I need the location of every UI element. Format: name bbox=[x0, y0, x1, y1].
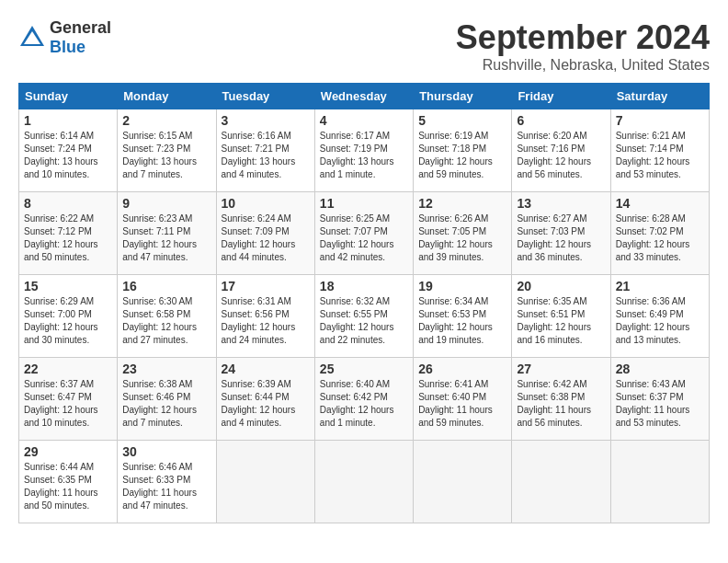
day-info-6: Sunrise: 6:20 AM Sunset: 7:16 PM Dayligh… bbox=[517, 130, 605, 181]
day-cell-17: 17Sunrise: 6:31 AM Sunset: 6:56 PM Dayli… bbox=[216, 275, 314, 358]
day-number-2: 2 bbox=[122, 113, 210, 128]
day-cell-30: 30Sunrise: 6:46 AM Sunset: 6:33 PM Dayli… bbox=[118, 441, 216, 523]
week-row-4: 22Sunrise: 6:37 AM Sunset: 6:47 PM Dayli… bbox=[19, 358, 710, 441]
empty-cell-w4d6 bbox=[610, 441, 709, 523]
day-number-21: 21 bbox=[616, 279, 704, 293]
day-cell-20: 20Sunrise: 6:35 AM Sunset: 6:51 PM Dayli… bbox=[512, 275, 610, 358]
day-info-23: Sunrise: 6:38 AM Sunset: 6:46 PM Dayligh… bbox=[122, 378, 210, 430]
day-info-7: Sunrise: 6:21 AM Sunset: 7:14 PM Dayligh… bbox=[616, 130, 704, 181]
day-info-13: Sunrise: 6:27 AM Sunset: 7:03 PM Dayligh… bbox=[517, 213, 605, 264]
logo: General Blue bbox=[18, 18, 111, 57]
day-info-27: Sunrise: 6:42 AM Sunset: 6:38 PM Dayligh… bbox=[517, 378, 605, 430]
day-info-15: Sunrise: 6:29 AM Sunset: 7:00 PM Dayligh… bbox=[24, 295, 112, 347]
header-wednesday: Wednesday bbox=[314, 84, 413, 109]
day-info-2: Sunrise: 6:15 AM Sunset: 7:23 PM Dayligh… bbox=[122, 130, 210, 181]
day-number-10: 10 bbox=[222, 196, 310, 211]
day-info-24: Sunrise: 6:39 AM Sunset: 6:44 PM Dayligh… bbox=[222, 378, 310, 430]
week-row-1: 1Sunrise: 6:14 AM Sunset: 7:24 PM Daylig… bbox=[19, 109, 710, 192]
logo-general: General bbox=[50, 18, 111, 37]
calendar-table: SundayMondayTuesdayWednesdayThursdayFrid… bbox=[18, 83, 710, 523]
day-number-17: 17 bbox=[222, 279, 310, 293]
day-cell-8: 8Sunrise: 6:22 AM Sunset: 7:12 PM Daylig… bbox=[19, 192, 118, 275]
header-thursday: Thursday bbox=[414, 84, 512, 109]
logo-text: General Blue bbox=[50, 18, 111, 57]
empty-cell-w4d3 bbox=[314, 441, 413, 523]
week-row-3: 15Sunrise: 6:29 AM Sunset: 7:00 PM Dayli… bbox=[19, 275, 710, 358]
day-info-16: Sunrise: 6:30 AM Sunset: 6:58 PM Dayligh… bbox=[122, 295, 210, 347]
day-number-8: 8 bbox=[24, 196, 112, 211]
day-number-1: 1 bbox=[24, 113, 112, 128]
day-info-14: Sunrise: 6:28 AM Sunset: 7:02 PM Dayligh… bbox=[616, 213, 704, 264]
day-number-13: 13 bbox=[517, 196, 605, 211]
day-info-5: Sunrise: 6:19 AM Sunset: 7:18 PM Dayligh… bbox=[418, 130, 506, 181]
header-row: SundayMondayTuesdayWednesdayThursdayFrid… bbox=[19, 84, 710, 109]
day-info-3: Sunrise: 6:16 AM Sunset: 7:21 PM Dayligh… bbox=[222, 130, 310, 181]
day-info-1: Sunrise: 6:14 AM Sunset: 7:24 PM Dayligh… bbox=[24, 130, 112, 181]
day-cell-7: 7Sunrise: 6:21 AM Sunset: 7:14 PM Daylig… bbox=[610, 109, 709, 192]
day-cell-22: 22Sunrise: 6:37 AM Sunset: 6:47 PM Dayli… bbox=[19, 358, 118, 441]
day-number-24: 24 bbox=[222, 362, 310, 376]
day-cell-23: 23Sunrise: 6:38 AM Sunset: 6:46 PM Dayli… bbox=[118, 358, 216, 441]
title-area: September 2024 Rushville, Nebraska, Unit… bbox=[456, 18, 710, 74]
day-number-3: 3 bbox=[222, 113, 310, 128]
location-title: Rushville, Nebraska, United States bbox=[456, 57, 710, 74]
day-cell-1: 1Sunrise: 6:14 AM Sunset: 7:24 PM Daylig… bbox=[19, 109, 118, 192]
day-cell-26: 26Sunrise: 6:41 AM Sunset: 6:40 PM Dayli… bbox=[414, 358, 512, 441]
day-number-25: 25 bbox=[320, 362, 408, 376]
day-number-18: 18 bbox=[320, 279, 408, 293]
day-cell-11: 11Sunrise: 6:25 AM Sunset: 7:07 PM Dayli… bbox=[314, 192, 413, 275]
day-cell-25: 25Sunrise: 6:40 AM Sunset: 6:42 PM Dayli… bbox=[314, 358, 413, 441]
day-info-9: Sunrise: 6:23 AM Sunset: 7:11 PM Dayligh… bbox=[122, 213, 210, 264]
logo-blue: Blue bbox=[50, 38, 85, 56]
day-number-23: 23 bbox=[122, 362, 210, 376]
day-number-14: 14 bbox=[616, 196, 704, 211]
day-number-9: 9 bbox=[122, 196, 210, 211]
day-number-12: 12 bbox=[418, 196, 506, 211]
day-number-27: 27 bbox=[517, 362, 605, 376]
header-friday: Friday bbox=[512, 84, 610, 109]
day-info-25: Sunrise: 6:40 AM Sunset: 6:42 PM Dayligh… bbox=[320, 378, 408, 430]
day-info-10: Sunrise: 6:24 AM Sunset: 7:09 PM Dayligh… bbox=[222, 213, 310, 264]
day-cell-12: 12Sunrise: 6:26 AM Sunset: 7:05 PM Dayli… bbox=[414, 192, 512, 275]
day-info-26: Sunrise: 6:41 AM Sunset: 6:40 PM Dayligh… bbox=[418, 378, 506, 430]
empty-cell-w4d5 bbox=[512, 441, 610, 523]
day-number-30: 30 bbox=[122, 444, 210, 459]
day-number-22: 22 bbox=[24, 362, 112, 376]
day-info-30: Sunrise: 6:46 AM Sunset: 6:33 PM Dayligh… bbox=[122, 461, 210, 512]
header-saturday: Saturday bbox=[610, 84, 709, 109]
day-number-19: 19 bbox=[418, 279, 506, 293]
day-number-6: 6 bbox=[517, 113, 605, 128]
day-number-20: 20 bbox=[517, 279, 605, 293]
header-sunday: Sunday bbox=[19, 84, 118, 109]
day-info-11: Sunrise: 6:25 AM Sunset: 7:07 PM Dayligh… bbox=[320, 213, 408, 264]
day-cell-14: 14Sunrise: 6:28 AM Sunset: 7:02 PM Dayli… bbox=[610, 192, 709, 275]
day-info-4: Sunrise: 6:17 AM Sunset: 7:19 PM Dayligh… bbox=[320, 130, 408, 181]
day-cell-3: 3Sunrise: 6:16 AM Sunset: 7:21 PM Daylig… bbox=[216, 109, 314, 192]
day-cell-21: 21Sunrise: 6:36 AM Sunset: 6:49 PM Dayli… bbox=[610, 275, 709, 358]
day-number-11: 11 bbox=[320, 196, 408, 211]
day-number-5: 5 bbox=[418, 113, 506, 128]
day-cell-5: 5Sunrise: 6:19 AM Sunset: 7:18 PM Daylig… bbox=[414, 109, 512, 192]
day-info-28: Sunrise: 6:43 AM Sunset: 6:37 PM Dayligh… bbox=[616, 378, 704, 430]
week-row-5: 29Sunrise: 6:44 AM Sunset: 6:35 PM Dayli… bbox=[19, 441, 710, 523]
generalblue-logo-icon bbox=[18, 24, 46, 52]
header: General Blue September 2024 Rushville, N… bbox=[18, 18, 710, 74]
day-cell-9: 9Sunrise: 6:23 AM Sunset: 7:11 PM Daylig… bbox=[118, 192, 216, 275]
week-row-2: 8Sunrise: 6:22 AM Sunset: 7:12 PM Daylig… bbox=[19, 192, 710, 275]
day-cell-15: 15Sunrise: 6:29 AM Sunset: 7:00 PM Dayli… bbox=[19, 275, 118, 358]
day-number-28: 28 bbox=[616, 362, 704, 376]
day-cell-16: 16Sunrise: 6:30 AM Sunset: 6:58 PM Dayli… bbox=[118, 275, 216, 358]
month-title: September 2024 bbox=[456, 18, 710, 57]
day-cell-4: 4Sunrise: 6:17 AM Sunset: 7:19 PM Daylig… bbox=[314, 109, 413, 192]
day-cell-10: 10Sunrise: 6:24 AM Sunset: 7:09 PM Dayli… bbox=[216, 192, 314, 275]
header-tuesday: Tuesday bbox=[216, 84, 314, 109]
day-info-22: Sunrise: 6:37 AM Sunset: 6:47 PM Dayligh… bbox=[24, 378, 112, 430]
day-info-19: Sunrise: 6:34 AM Sunset: 6:53 PM Dayligh… bbox=[418, 295, 506, 347]
day-cell-29: 29Sunrise: 6:44 AM Sunset: 6:35 PM Dayli… bbox=[19, 441, 118, 523]
day-info-20: Sunrise: 6:35 AM Sunset: 6:51 PM Dayligh… bbox=[517, 295, 605, 347]
header-monday: Monday bbox=[118, 84, 216, 109]
empty-cell-w4d2 bbox=[216, 441, 314, 523]
day-info-12: Sunrise: 6:26 AM Sunset: 7:05 PM Dayligh… bbox=[418, 213, 506, 264]
day-info-18: Sunrise: 6:32 AM Sunset: 6:55 PM Dayligh… bbox=[320, 295, 408, 347]
day-cell-6: 6Sunrise: 6:20 AM Sunset: 7:16 PM Daylig… bbox=[512, 109, 610, 192]
